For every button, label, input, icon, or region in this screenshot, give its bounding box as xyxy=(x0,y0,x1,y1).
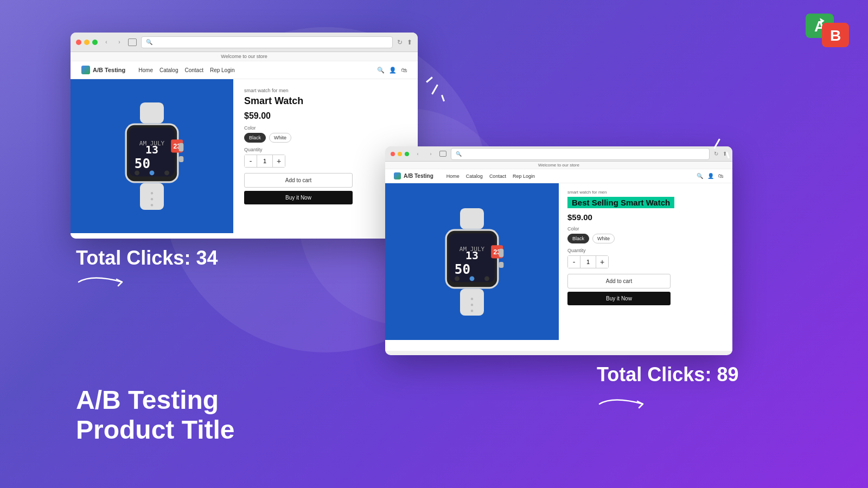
tl-green-a[interactable] xyxy=(92,40,98,45)
tabs-icon-a[interactable] xyxy=(128,38,137,46)
swipe-arrow-b xyxy=(597,393,646,412)
store-nav-b: A/B Testing Home Catalog Contact Rep Log… xyxy=(385,169,732,183)
color-black-b[interactable]: Black xyxy=(567,234,589,243)
svg-point-33 xyxy=(471,298,473,300)
nav-back-a[interactable]: ‹ xyxy=(102,38,111,47)
total-clicks-a-overlay: Total Clicks: 34 xyxy=(76,247,218,269)
qty-plus-b[interactable]: + xyxy=(596,256,608,268)
main-title-line1: A/B Testing xyxy=(76,385,234,415)
quantity-label-b: Quantity xyxy=(567,248,724,253)
add-to-cart-b[interactable]: Add to cart xyxy=(567,274,671,288)
add-to-cart-a[interactable]: Add to cart xyxy=(244,173,353,188)
qty-minus-b[interactable]: - xyxy=(568,256,580,268)
qty-plus-a[interactable]: + xyxy=(273,155,285,167)
logo-icon-b xyxy=(394,172,401,179)
search-icon-b[interactable]: 🔍 xyxy=(697,173,703,179)
color-label-b: Color xyxy=(567,226,724,232)
qty-minus-a[interactable]: - xyxy=(245,155,257,167)
nav-catalog-a[interactable]: Catalog xyxy=(159,67,178,73)
product-details-b: smart watch for men Best Selling Smart W… xyxy=(559,183,732,340)
search-icon-a[interactable]: 🔍 xyxy=(377,67,385,74)
nav-back-b[interactable]: ‹ xyxy=(413,150,422,158)
nav-home-b[interactable]: Home xyxy=(446,174,459,179)
browser-window-b: ‹ › 🔍 ↻ ⬆ Welcome to our store A/B Testi… xyxy=(385,146,732,355)
nav-contact-a[interactable]: Contact xyxy=(184,67,203,73)
account-icon-b[interactable]: 👤 xyxy=(707,173,714,179)
traffic-lights-a xyxy=(76,40,98,45)
logo-icon-a xyxy=(81,66,90,74)
tl-red-a[interactable] xyxy=(76,40,81,45)
qty-value-b: 1 xyxy=(580,256,596,268)
store-page-b: Welcome to our store A/B Testing Home Ca… xyxy=(385,162,732,351)
nav-home-a[interactable]: Home xyxy=(138,67,153,73)
svg-point-27 xyxy=(455,276,459,281)
refresh-btn-a[interactable]: ↻ xyxy=(397,38,403,46)
product-category-a: smart watch for men xyxy=(244,88,407,93)
quantity-control-b: - 1 + xyxy=(567,255,609,268)
buy-now-b[interactable]: Buy it Now xyxy=(567,292,671,305)
store-nav-icons-b: 🔍 👤 🛍 xyxy=(697,173,724,179)
share-btn-a[interactable]: ⬆ xyxy=(407,38,412,46)
account-icon-a[interactable]: 👤 xyxy=(389,67,397,74)
logo-text-a: A/B Testing xyxy=(93,67,125,73)
tl-green-b[interactable] xyxy=(405,152,409,156)
store-nav-a: A/B Testing Home Catalog Contact Rep Log… xyxy=(71,61,418,79)
color-black-a[interactable]: Black xyxy=(244,133,266,143)
store-logo-b: A/B Testing xyxy=(394,172,433,179)
svg-point-17 xyxy=(151,204,153,206)
svg-point-29 xyxy=(484,276,489,281)
product-price-b: $59.00 xyxy=(567,213,724,222)
total-clicks-b-text: Total Clicks: 89 xyxy=(597,363,738,386)
store-page-a: Welcome to our store A/B Testing Home Ca… xyxy=(71,52,418,239)
nav-forward-b[interactable]: › xyxy=(426,150,435,158)
nav-catalog-b[interactable]: Catalog xyxy=(466,174,483,179)
nav-forward-a[interactable]: › xyxy=(115,38,124,47)
svg-point-34 xyxy=(471,304,473,306)
watch-image-a: AM JULY 13 23 50 xyxy=(92,97,212,216)
nav-contact-b[interactable]: Contact xyxy=(489,174,506,179)
url-bar-b[interactable]: 🔍 xyxy=(451,148,710,160)
total-clicks-b-overlay: Total Clicks: 89 xyxy=(597,363,738,386)
store-logo-a: A/B Testing xyxy=(81,66,125,74)
svg-text:13: 13 xyxy=(145,144,158,156)
svg-rect-30 xyxy=(499,248,504,256)
main-title: A/B Testing Product Title xyxy=(76,385,234,445)
store-nav-icons-a: 🔍 👤 🛍 xyxy=(377,67,407,74)
tabs-icon-b[interactable] xyxy=(439,151,446,157)
color-white-a[interactable]: White xyxy=(269,133,291,143)
store-nav-links-a: Home Catalog Contact Rep Login xyxy=(138,67,234,73)
nav-replogin-b[interactable]: Rep Login xyxy=(513,174,535,179)
url-bar-a[interactable]: 🔍 xyxy=(141,36,393,48)
color-white-b[interactable]: White xyxy=(592,234,615,243)
tl-yellow-a[interactable] xyxy=(84,40,90,45)
ab-logo-svg: A B xyxy=(803,11,852,49)
browser-toolbar-a: ‹ › 🔍 ↻ ⬆ xyxy=(71,33,418,52)
browser-window-a: ‹ › 🔍 ↻ ⬆ Welcome to our store A/B Testi… xyxy=(71,33,418,239)
buy-now-a[interactable]: Buy it Now xyxy=(244,191,353,204)
nav-replogin-a[interactable]: Rep Login xyxy=(210,67,235,73)
product-category-b: smart watch for men xyxy=(567,190,724,195)
product-title-a: Smart Watch xyxy=(244,95,407,107)
refresh-btn-b[interactable]: ↻ xyxy=(714,151,718,157)
product-layout-b: AM JULY 13 23 50 xyxy=(385,183,732,340)
cart-icon-a[interactable]: 🛍 xyxy=(401,67,407,73)
product-title-b: Best Selling Smart Watch xyxy=(567,197,674,208)
svg-point-9 xyxy=(135,170,139,175)
svg-text:50: 50 xyxy=(455,262,470,277)
svg-text:13: 13 xyxy=(465,249,478,261)
svg-text:50: 50 xyxy=(135,156,150,171)
store-nav-links-b: Home Catalog Contact Rep Login xyxy=(446,174,535,179)
product-price-a: $59.00 xyxy=(244,111,407,121)
tl-yellow-b[interactable] xyxy=(398,152,402,156)
product-layout-a: AM JULY 13 23 50 xyxy=(71,79,418,233)
color-options-b: Black White xyxy=(567,234,724,243)
main-title-line2: Product Title xyxy=(76,415,234,445)
traffic-lights-b xyxy=(391,152,409,156)
product-image-a: AM JULY 13 23 50 xyxy=(71,79,233,233)
store-banner-b: Welcome to our store xyxy=(385,162,732,169)
watch-image-b: AM JULY 13 23 50 xyxy=(412,202,532,322)
svg-point-35 xyxy=(471,310,473,312)
tl-red-b[interactable] xyxy=(391,152,395,156)
cart-icon-b[interactable]: 🛍 xyxy=(718,173,724,179)
svg-rect-0 xyxy=(140,102,164,124)
